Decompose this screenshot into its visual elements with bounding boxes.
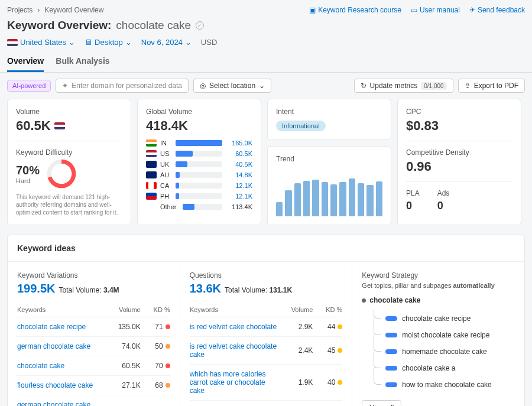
strategy-pill-icon xyxy=(385,382,397,387)
chevron-down-icon: ⌄ xyxy=(69,38,75,47)
keyword-ideas-section: Keyword ideas Keyword Variations 199.5K … xyxy=(7,235,525,406)
us-flag-icon xyxy=(54,122,65,129)
country-other-label: Other xyxy=(160,203,179,210)
kd-cell: 70 xyxy=(141,362,170,370)
manual-link[interactable]: ▭User manual xyxy=(411,6,460,14)
tab-bulk[interactable]: Bulk Analysis xyxy=(56,56,109,72)
questions-value[interactable]: 13.6K xyxy=(190,282,221,295)
country-value[interactable]: 60.5K xyxy=(226,150,252,157)
country-value[interactable]: 40.5K xyxy=(226,161,252,168)
trend-bar xyxy=(276,202,283,216)
keyword-link[interactable]: chocolate cake recipe xyxy=(17,323,108,331)
country-bar xyxy=(176,172,222,178)
breadcrumb: Projects › Keyword Overview xyxy=(7,6,103,14)
chevron-down-icon: ⌄ xyxy=(259,82,265,90)
variations-label: Keyword Variations xyxy=(17,271,170,280)
uk-flag-icon xyxy=(146,161,157,168)
table-row: chocolate cake recipe135.0K71 xyxy=(17,317,170,337)
strategy-item[interactable]: chocolate cake a xyxy=(362,360,515,376)
target-icon: ◎ xyxy=(200,82,206,90)
keyword-link[interactable]: german chocolate cake xyxy=(17,342,108,350)
trend-bar xyxy=(294,183,301,216)
country-row: PH12.1K xyxy=(146,193,252,200)
sparkle-icon: ✦ xyxy=(62,82,68,90)
intent-badge: Informational xyxy=(276,121,326,131)
export-pdf-button[interactable]: ⇪ Export to PDF xyxy=(458,79,525,93)
volume-cell: 2.4K xyxy=(280,346,313,355)
country-value[interactable]: 165.0K xyxy=(226,139,252,147)
ideas-grid: Keyword Variations 199.5K Total Volume: … xyxy=(8,262,524,406)
book-icon: ▭ xyxy=(411,6,417,14)
us-flag-icon xyxy=(146,150,157,157)
variations-value[interactable]: 199.5K xyxy=(17,282,56,295)
kd-dot-icon xyxy=(166,344,170,349)
table-row: flourless chocolate cake27.1K68 xyxy=(17,376,170,395)
intent-card: Intent Informational xyxy=(267,99,391,140)
keyword-link[interactable]: is red velvet cake chocolate cake xyxy=(190,342,281,359)
keyword-link[interactable]: is red velvet cake chocolate xyxy=(190,323,281,331)
keyword-link[interactable]: chocolate cake xyxy=(17,362,108,370)
kd-cell: 45 xyxy=(313,346,342,355)
metrics-grid: Volume 60.5K Keyword Difficulty 70% Hard… xyxy=(0,99,532,225)
global-volume-label: Global Volume xyxy=(146,108,252,116)
breadcrumb-bar: Projects › Keyword Overview ▣Keyword Res… xyxy=(0,0,532,17)
volume-cell: 27.1K xyxy=(108,381,141,389)
keyword-link[interactable]: flourless chocolate cake xyxy=(17,381,108,389)
countries-list: IN165.0KUS60.5KUK40.5KAU14.8KCA12.1KPH12… xyxy=(146,139,252,200)
kd-row: 70% Hard xyxy=(16,159,122,189)
feedback-link[interactable]: ✈Send feedback xyxy=(469,6,525,14)
strategy-item[interactable]: chocolate cake recipe xyxy=(362,310,515,327)
strategy-item[interactable]: homemade chocolate cake xyxy=(362,343,515,360)
questions-col: Questions 13.6K Total Volume: 131.1K Key… xyxy=(180,262,353,406)
country-filter[interactable]: United States ⌄ xyxy=(7,38,75,47)
date-filter[interactable]: Nov 6, 2024 ⌄ xyxy=(141,38,192,47)
volume-cell: 74.0K xyxy=(108,342,141,350)
strategy-pill-icon xyxy=(385,316,397,321)
update-metrics-button[interactable]: ↻ Update metrics 0/1,000 xyxy=(354,79,453,93)
global-volume-card: Global Volume 418.4K IN165.0KUS60.5KUK40… xyxy=(137,99,261,225)
currency-label: USD xyxy=(201,38,217,47)
keyword-link[interactable]: german chocolate cake recipe xyxy=(17,401,108,406)
table-row: how to make chocolate cake1.6K70 xyxy=(190,401,343,406)
trend-bar xyxy=(376,181,382,216)
cpc-density-card: CPC $0.83 Competitive Density 0.96 PLA 0… xyxy=(397,99,521,225)
kd-dot-icon xyxy=(166,363,170,368)
volume-label: Volume xyxy=(16,108,122,116)
country-value[interactable]: 12.1K xyxy=(226,182,252,189)
ai-powered-badge: AI-powered xyxy=(7,80,51,92)
location-select[interactable]: ◎ Select location ⌄ xyxy=(193,79,271,93)
strategy-item[interactable]: moist chocolate cake recipe xyxy=(362,327,515,343)
trend-chart xyxy=(276,169,382,216)
kd-donut-chart xyxy=(47,159,76,189)
view-all-strategy-button[interactable]: View all xyxy=(362,400,401,406)
course-link[interactable]: ▣Keyword Research course xyxy=(309,6,401,14)
kd-dot-icon xyxy=(338,348,342,353)
domain-input[interactable]: ✦ Enter domain for personalized data xyxy=(56,79,189,93)
keyword-link[interactable]: which has more calories carrot cake or c… xyxy=(190,370,281,395)
strategy-item-label: chocolate cake a xyxy=(402,364,455,372)
trend-bar xyxy=(366,185,373,216)
top-links: ▣Keyword Research course ▭User manual ✈S… xyxy=(309,6,525,14)
table-row: german chocolate cake recipe27.1K44 xyxy=(17,395,170,406)
col3: Intent Informational Trend xyxy=(267,99,391,225)
au-flag-icon xyxy=(146,171,157,178)
kd-cell: 71 xyxy=(141,323,170,331)
device-filter[interactable]: 🖥Desktop ⌄ xyxy=(85,38,132,47)
kd-level: Hard xyxy=(16,177,40,184)
controls-left: AI-powered ✦ Enter domain for personaliz… xyxy=(7,79,271,93)
kd-cell: 44 xyxy=(313,323,342,331)
verified-icon: ✓ xyxy=(196,21,204,30)
strategy-subtext: Get topics, pillar and subpages automati… xyxy=(362,282,515,289)
table-header: Keywords Volume KD % xyxy=(17,303,170,317)
country-value[interactable]: 14.8K xyxy=(226,171,252,178)
country-other-val[interactable]: 113.4K xyxy=(226,203,252,210)
country-row: IN165.0K xyxy=(146,139,252,147)
country-code: PH xyxy=(160,193,172,200)
strategy-item[interactable]: how to make chocolate cake xyxy=(362,376,515,393)
dot-icon xyxy=(362,298,366,303)
country-value[interactable]: 12.1K xyxy=(226,193,252,200)
tab-overview[interactable]: Overview xyxy=(7,56,44,72)
breadcrumb-projects[interactable]: Projects xyxy=(7,6,33,14)
chevron-down-icon: ⌄ xyxy=(125,38,132,47)
volume-card: Volume 60.5K Keyword Difficulty 70% Hard… xyxy=(7,99,131,225)
